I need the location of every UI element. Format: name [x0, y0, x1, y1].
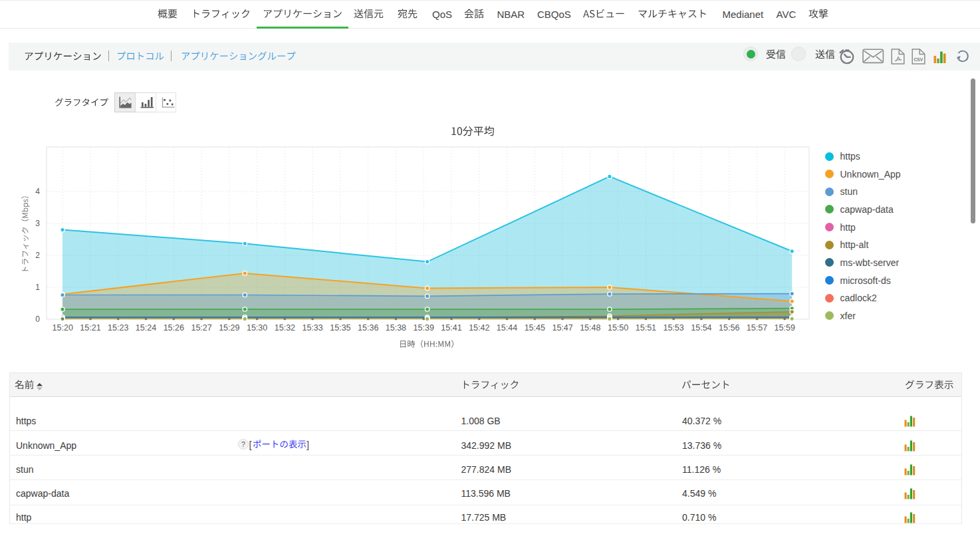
svg-text:15:48: 15:48 — [580, 323, 600, 333]
svg-text:15:41: 15:41 — [441, 323, 461, 333]
svg-text:15:26: 15:26 — [164, 323, 184, 333]
svg-text:15:21: 15:21 — [80, 323, 100, 333]
svg-text:4: 4 — [35, 187, 40, 196]
svg-text:15:30: 15:30 — [247, 323, 267, 333]
svg-text:15:45: 15:45 — [525, 323, 545, 333]
svg-text:15:36: 15:36 — [358, 323, 378, 333]
svg-text:15:32: 15:32 — [275, 323, 295, 333]
svg-text:15:33: 15:33 — [302, 323, 322, 333]
svg-text:1: 1 — [35, 283, 40, 292]
svg-text:3: 3 — [35, 219, 40, 228]
svg-text:15:59: 15:59 — [775, 323, 795, 333]
svg-text:0: 0 — [35, 315, 40, 324]
svg-text:15:20: 15:20 — [53, 323, 73, 333]
svg-text:15:39: 15:39 — [414, 323, 434, 333]
svg-text:15:42: 15:42 — [469, 323, 489, 333]
svg-text:2: 2 — [35, 251, 40, 260]
svg-text:15:56: 15:56 — [719, 323, 739, 333]
svg-text:15:24: 15:24 — [136, 323, 156, 333]
svg-text:15:50: 15:50 — [608, 323, 628, 333]
svg-text:15:27: 15:27 — [191, 323, 211, 333]
svg-text:15:38: 15:38 — [386, 323, 406, 333]
svg-text:15:53: 15:53 — [663, 323, 683, 333]
svg-text:15:35: 15:35 — [330, 323, 350, 333]
svg-text:CSV: CSV — [914, 57, 923, 62]
svg-text:15:57: 15:57 — [747, 323, 767, 333]
svg-text:15:29: 15:29 — [219, 323, 239, 333]
svg-text:15:44: 15:44 — [497, 323, 517, 333]
svg-text:15:54: 15:54 — [691, 323, 711, 333]
svg-text:15:51: 15:51 — [636, 323, 656, 333]
svg-text:15:23: 15:23 — [108, 323, 128, 333]
svg-text:15:47: 15:47 — [552, 323, 572, 333]
